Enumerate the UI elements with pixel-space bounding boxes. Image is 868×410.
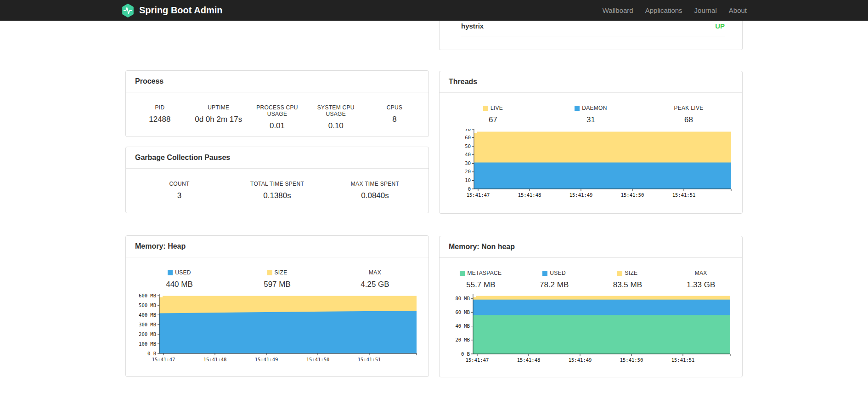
nav-item-journal[interactable]: Journal xyxy=(694,6,717,14)
daemon-legend-swatch xyxy=(575,106,580,111)
legend-value: 55.7 MB xyxy=(444,280,518,290)
brand-link[interactable]: Spring Boot Admin xyxy=(121,3,222,18)
legend-value: 1.33 GB xyxy=(664,280,738,290)
metric-value: 0.10 xyxy=(306,121,365,131)
live-legend-swatch xyxy=(483,106,488,111)
gc-metrics: COUNT 3 TOTAL TIME SPENT 0.1380s MAX TIM… xyxy=(126,169,428,200)
metric-label: MAX TIME SPENT xyxy=(351,181,399,187)
metric-value: 0.01 xyxy=(248,121,307,131)
legend-label: MAX xyxy=(695,270,707,276)
svg-text:80 MB: 80 MB xyxy=(455,296,470,301)
legend-heap-size: SIZE 597 MB xyxy=(228,269,326,289)
metric-label: SYSTEM CPU USAGE xyxy=(306,104,365,117)
svg-text:15:41:48: 15:41:48 xyxy=(518,192,541,198)
svg-text:30: 30 xyxy=(465,160,471,166)
metric-gc-count: COUNT 3 xyxy=(130,181,228,200)
memory-heap-card-title: Memory: Heap xyxy=(126,236,428,257)
metric-label: TOTAL TIME SPENT xyxy=(250,181,304,187)
metric-label: PID xyxy=(155,104,164,111)
legend-nonheap-metaspace: METASPACE 55.7 MB xyxy=(444,270,518,290)
nav-item-wallboard[interactable]: Wallboard xyxy=(603,6,633,14)
legend-value: 440 MB xyxy=(130,280,228,289)
memory-heap-card: Memory: Heap USED 440 MB SIZE 597 MB xyxy=(125,235,429,377)
metric-value: 0.1380s xyxy=(228,191,326,200)
svg-text:15:41:51: 15:41:51 xyxy=(671,357,695,363)
legend-nonheap-size: SIZE 83.5 MB xyxy=(591,270,665,290)
svg-text:500 MB: 500 MB xyxy=(139,302,156,308)
svg-text:15:41:48: 15:41:48 xyxy=(517,357,541,363)
size-legend-swatch xyxy=(617,271,622,276)
process-metrics: PID 12488 UPTIME 0d 0h 2m 17s PROCESS CP… xyxy=(126,92,428,131)
legend-threads-daemon: DAEMON 31 xyxy=(542,105,640,125)
gc-card-title: Garbage Collection Pauses xyxy=(126,147,428,169)
metric-value: 0d 0h 2m 17s xyxy=(189,115,248,124)
brand-title: Spring Boot Admin xyxy=(139,5,222,16)
memory-nonheap-card-title: Memory: Non heap xyxy=(440,236,742,258)
metric-label: CPUS xyxy=(387,104,403,111)
metric-value: 12488 xyxy=(130,115,189,124)
spring-boot-admin-logo-icon xyxy=(121,3,135,18)
nav-links: Wallboard Applications Journal About xyxy=(603,6,747,14)
gc-card: Garbage Collection Pauses COUNT 3 TOTAL … xyxy=(125,147,429,213)
svg-text:15:41:50: 15:41:50 xyxy=(620,357,643,363)
metric-cpus: CPUS 8 xyxy=(365,104,424,131)
metric-value: 0.0840s xyxy=(326,191,424,200)
metaspace-legend-swatch xyxy=(460,271,465,276)
legend-heap-max: MAX 4.25 GB xyxy=(326,269,424,289)
svg-text:0: 0 xyxy=(468,186,471,192)
svg-text:15:41:49: 15:41:49 xyxy=(255,357,278,362)
legend-nonheap-max: MAX 1.33 GB xyxy=(664,270,738,290)
legend-label: USED xyxy=(175,269,191,276)
legend-label: LIVE xyxy=(490,105,503,111)
memory-heap-chart: 0 B100 MB200 MB300 MB400 MB500 MB600 MB1… xyxy=(133,294,417,366)
svg-text:15:41:50: 15:41:50 xyxy=(306,357,330,362)
legend-value: 68 xyxy=(640,115,738,125)
metric-label: UPTIME xyxy=(208,104,229,111)
svg-text:300 MB: 300 MB xyxy=(139,322,156,327)
svg-text:15:41:47: 15:41:47 xyxy=(467,192,490,198)
nav-item-applications[interactable]: Applications xyxy=(645,6,682,14)
legend-value: 597 MB xyxy=(228,280,326,289)
svg-text:50: 50 xyxy=(465,143,471,149)
nonheap-legend: METASPACE 55.7 MB USED 78.2 MB SIZE xyxy=(440,258,742,290)
legend-threads-live: LIVE 67 xyxy=(444,105,542,125)
svg-text:15:41:47: 15:41:47 xyxy=(152,357,175,362)
svg-text:20: 20 xyxy=(465,169,471,174)
nav-item-about[interactable]: About xyxy=(729,6,747,14)
svg-text:40 MB: 40 MB xyxy=(455,323,470,329)
legend-label: DAEMON xyxy=(582,105,607,111)
svg-text:15:41:47: 15:41:47 xyxy=(466,357,489,363)
legend-label: SIZE xyxy=(275,269,287,276)
svg-text:200 MB: 200 MB xyxy=(139,331,156,337)
threads-card-title: Threads xyxy=(440,71,742,93)
metric-gc-total-time: TOTAL TIME SPENT 0.1380s xyxy=(228,181,326,200)
metric-gc-max-time: MAX TIME SPENT 0.0840s xyxy=(326,181,424,200)
legend-value: 78.2 MB xyxy=(518,280,591,290)
svg-text:70: 70 xyxy=(465,129,471,132)
metric-label: PROCESS CPU USAGE xyxy=(248,104,307,117)
legend-value: 67 xyxy=(444,115,542,125)
svg-text:60: 60 xyxy=(465,135,471,140)
heap-legend: USED 440 MB SIZE 597 MB MAX 4 xyxy=(126,257,428,289)
legend-value: 4.25 GB xyxy=(326,280,424,289)
legend-label: MAX xyxy=(369,269,381,276)
metric-pid: PID 12488 xyxy=(130,104,189,131)
legend-value: 83.5 MB xyxy=(591,280,665,290)
metric-system-cpu: SYSTEM CPU USAGE 0.10 xyxy=(306,104,365,131)
memory-nonheap-chart: 0 B20 MB40 MB60 MB80 MB15:41:4715:41:481… xyxy=(446,294,731,367)
main-content: Process PID 12488 UPTIME 0d 0h 2m 17s PR… xyxy=(125,21,743,377)
svg-text:15:41:51: 15:41:51 xyxy=(358,357,381,362)
status-badge: UP xyxy=(715,22,725,30)
threads-chart: 01020304050607015:41:4715:41:4815:41:491… xyxy=(447,129,732,202)
svg-text:15:41:50: 15:41:50 xyxy=(621,192,644,198)
svg-text:0 B: 0 B xyxy=(461,351,470,357)
metric-process-cpu: PROCESS CPU USAGE 0.01 xyxy=(248,104,307,131)
metric-value: 3 xyxy=(130,191,228,200)
service-name: hystrix xyxy=(461,22,484,30)
process-card: Process PID 12488 UPTIME 0d 0h 2m 17s PR… xyxy=(125,70,429,137)
svg-text:40: 40 xyxy=(465,152,471,157)
legend-label: USED xyxy=(550,270,566,276)
svg-text:100 MB: 100 MB xyxy=(139,341,156,347)
legend-label: METASPACE xyxy=(467,270,502,276)
svg-text:0 B: 0 B xyxy=(147,351,156,356)
